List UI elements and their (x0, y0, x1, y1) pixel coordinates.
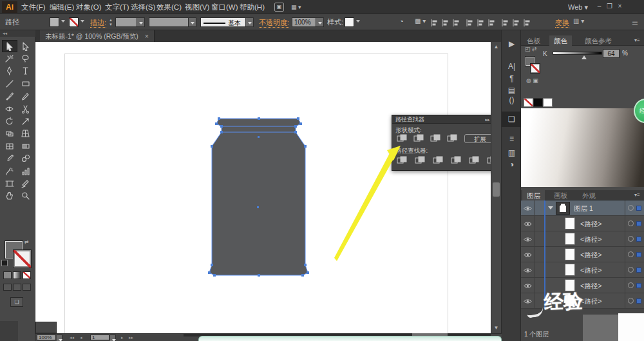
k-slider-track[interactable] (553, 52, 602, 55)
scale-tool[interactable] (18, 115, 33, 127)
visibility-eye-icon[interactable] (521, 278, 535, 293)
variable-width-profile-field[interactable] (149, 17, 189, 27)
path-thumbnail[interactable] (565, 264, 575, 276)
target-circle-icon[interactable] (628, 236, 634, 242)
stroke-color-well[interactable] (14, 250, 31, 268)
black-swatch[interactable] (533, 98, 543, 107)
menu-3[interactable]: 对象(O) (76, 0, 102, 14)
grayscale-ramp[interactable] (521, 108, 644, 187)
path-name[interactable]: <路径> (580, 262, 601, 278)
path-row[interactable]: <路径> (521, 262, 644, 278)
target-circle-icon[interactable] (628, 205, 634, 211)
panel-menu-icon[interactable]: ▾≡ (634, 37, 640, 43)
outline-icon[interactable] (469, 155, 480, 165)
align-right-icon[interactable] (452, 18, 460, 30)
tab-swatches[interactable]: 色板 (522, 35, 545, 46)
selection-indicator[interactable] (636, 252, 641, 257)
glyphs-panel-icon[interactable]: () (502, 92, 522, 108)
stroke-weight-stepper[interactable]: ▲▼ (109, 18, 113, 27)
eyedropper-tool[interactable] (2, 153, 17, 165)
document-setup-icon[interactable]: ◔ (399, 17, 404, 25)
brush-definition-field[interactable]: 基本 (200, 17, 246, 27)
path-thumbnail[interactable] (565, 233, 575, 245)
vertical-scrollbar[interactable]: ▲ ▼ (491, 42, 501, 333)
dist-center-icon[interactable] (512, 18, 520, 30)
next-artboard-icon[interactable]: ▸ (121, 334, 124, 341)
layer-name[interactable]: 图层 1 (574, 200, 593, 216)
color-extra-icons[interactable]: ◍ ▣ (526, 77, 538, 84)
artboard-tool[interactable] (2, 177, 17, 190)
fill-swatch[interactable] (50, 17, 59, 27)
pathfinder-panel-title[interactable]: 路径查找器▸▸ ▾≡ (392, 115, 498, 124)
variable-width-profile-dropdown[interactable] (189, 17, 196, 27)
stroke-weight-dropdown[interactable] (137, 17, 145, 27)
artboard-dropdown[interactable] (110, 335, 116, 341)
symbol-sprayer-tool[interactable] (2, 165, 17, 177)
transparency-panel-icon[interactable]: ◑ (502, 157, 522, 172)
path-name[interactable]: <路径> (580, 216, 601, 231)
flash-panel-icon[interactable]: ▶ (502, 36, 522, 52)
first-artboard-icon[interactable]: ◂◂ (70, 334, 74, 341)
visibility-eye-icon[interactable] (521, 247, 535, 262)
selection-tool[interactable] (2, 40, 17, 52)
exclude-icon[interactable] (447, 133, 459, 143)
gradient-button[interactable] (13, 271, 21, 279)
pathfinder-panel-icon[interactable]: ❏ (502, 112, 522, 127)
artboard-number-field[interactable]: 1 (90, 335, 109, 340)
path-row[interactable]: <路径> (521, 216, 644, 231)
screen-mode-button[interactable]: ❏ (10, 297, 23, 307)
shape-builder-tool[interactable] (2, 128, 17, 140)
canvas[interactable]: 路径查找器▸▸ ▾≡ 形状模式: 扩展 路径查找器: (35, 42, 491, 333)
tab-color-guide[interactable]: 颜色参考 (580, 35, 616, 46)
gradient-tool[interactable] (18, 140, 33, 152)
opacity-link[interactable]: 不透明度: (259, 17, 289, 28)
brush-definition-dropdown[interactable] (246, 17, 254, 27)
width-tool[interactable] (2, 102, 17, 115)
scroll-down-icon[interactable]: ▼ (493, 324, 500, 331)
visibility-eye-icon[interactable] (521, 262, 535, 278)
path-row[interactable]: <路径> (521, 247, 644, 262)
visibility-eye-icon[interactable] (521, 200, 535, 216)
bridge-icon[interactable]: ▣ (274, 3, 284, 12)
menu-1[interactable]: 文件(F) (21, 0, 46, 14)
close-button[interactable]: × (616, 2, 624, 11)
column-graph-tool[interactable] (18, 165, 33, 177)
layers-panel-menu-icon[interactable]: ▾≡ (634, 192, 640, 198)
dist-left-icon[interactable] (501, 18, 509, 30)
document-tab[interactable]: 未标题-1* @ 100% (RGB/预览)× (40, 30, 155, 42)
align-top-icon[interactable] (466, 18, 474, 30)
restore-button[interactable]: ❐ (605, 2, 614, 11)
trim-icon[interactable] (415, 155, 426, 165)
fill-dropdown-icon[interactable] (61, 20, 65, 23)
default-fill-stroke-icon[interactable] (1, 260, 8, 266)
layer-row[interactable]: 图层 1 (521, 200, 644, 216)
path-name[interactable]: <路径> (580, 247, 601, 262)
arrange-documents-icon[interactable]: ▦ ▾ (291, 3, 307, 12)
tab-artboards[interactable]: 画板 (549, 190, 572, 200)
tab-color[interactable]: 颜色 (549, 35, 572, 46)
k-slider-marker[interactable] (582, 55, 587, 59)
menu-9[interactable]: 帮助(H) (240, 0, 265, 14)
prev-artboard-icon[interactable]: ◂ (80, 334, 82, 341)
type-tool[interactable] (18, 65, 33, 77)
target-circle-icon[interactable] (628, 251, 634, 257)
scissors-tool[interactable] (18, 102, 33, 115)
path-name[interactable]: <路径> (580, 278, 601, 293)
minimize-button[interactable]: – (595, 2, 603, 11)
menu-7[interactable]: 视图(V) (185, 0, 209, 14)
path-row[interactable]: <路径> (521, 231, 644, 247)
style-swatch[interactable] (345, 17, 354, 27)
target-circle-icon[interactable] (628, 267, 634, 273)
tab-layers[interactable]: 图层 (522, 190, 545, 200)
pencil-tool[interactable] (18, 90, 33, 102)
align-center-h-icon[interactable] (441, 18, 450, 30)
style-dropdown-icon[interactable] (356, 20, 360, 23)
opacity-field[interactable]: 100% (292, 17, 316, 27)
transform-link[interactable]: 变换 (555, 17, 569, 28)
merge-icon[interactable] (433, 155, 444, 165)
align-middle-v-icon[interactable] (477, 18, 485, 30)
workspace-switcher[interactable]: Web ▾ (568, 0, 588, 14)
zoom-dropdown[interactable] (57, 335, 62, 341)
intersect-icon[interactable] (430, 133, 442, 143)
path-name[interactable]: <路径> (580, 231, 601, 247)
